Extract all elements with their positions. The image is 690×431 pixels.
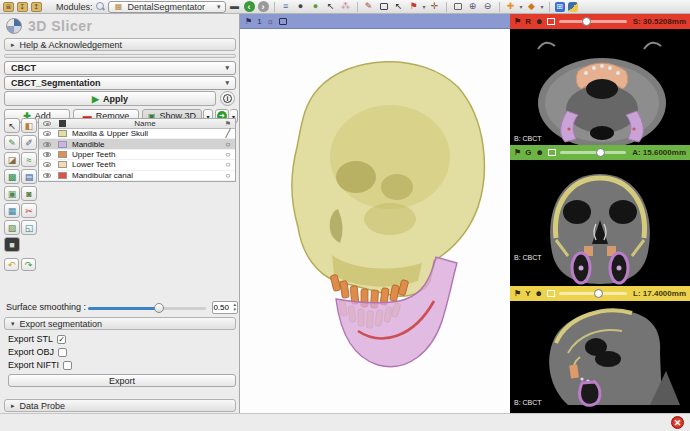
fill-between-slices-tool-button[interactable]: ▤ bbox=[21, 169, 37, 184]
red-slice-view[interactable]: ⚑ R ☻ S: 30.5208mm bbox=[510, 14, 690, 145]
view-menu-icon[interactable] bbox=[548, 149, 556, 156]
module-search-icon[interactable] bbox=[96, 2, 105, 11]
visibility-eye-icon[interactable] bbox=[43, 162, 51, 167]
surface-smoothing-slider[interactable] bbox=[88, 307, 206, 310]
save-data-icon[interactable]: ↥ bbox=[31, 2, 42, 12]
islands-tool-button[interactable]: ▨ bbox=[4, 220, 20, 235]
forward-button[interactable]: › bbox=[258, 1, 269, 12]
segment-name[interactable]: Upper Teeth bbox=[69, 150, 221, 159]
segmentation-selector[interactable]: CBCT_Segmentation ▾ bbox=[4, 76, 236, 90]
markups-point-dropdown-icon[interactable]: ▾ bbox=[520, 3, 523, 10]
view-menu-icon[interactable] bbox=[547, 18, 555, 25]
data-probe-section[interactable]: ▸ Data Probe bbox=[4, 399, 236, 412]
import-data-icon[interactable]: ↧ bbox=[17, 2, 28, 12]
export-obj-checkbox[interactable] bbox=[58, 348, 67, 357]
draw-tool-button[interactable]: ✐ bbox=[21, 135, 37, 150]
green-slice-view[interactable]: ⚑ G ☻ A: 15.6000mm bbox=[510, 145, 690, 286]
segment-color-swatch[interactable] bbox=[58, 151, 67, 158]
load-dicom-icon[interactable]: ≣ bbox=[3, 2, 14, 12]
help-acknowledgement-section[interactable]: ▸ Help & Acknowledgement bbox=[4, 38, 236, 51]
mask-volume-tool-button[interactable]: ■ bbox=[4, 237, 20, 252]
volume-selector[interactable]: CBCT ▾ bbox=[4, 61, 236, 75]
info-button[interactable]: i bbox=[220, 91, 235, 106]
segment-color-swatch[interactable] bbox=[58, 161, 67, 168]
none-tool-button[interactable]: ↖ bbox=[4, 118, 20, 133]
export-nifti-checkbox[interactable] bbox=[63, 361, 72, 370]
export-stl-checkbox[interactable]: ✓ bbox=[57, 335, 66, 344]
segment-status-icon[interactable]: ╱ bbox=[221, 129, 235, 138]
pin-icon[interactable]: ⚑ bbox=[245, 17, 252, 26]
scissors-tool-button[interactable]: ✂ bbox=[21, 203, 37, 218]
orientation-head-icon[interactable]: ☻ bbox=[535, 148, 543, 157]
share-scene-icon[interactable]: ⁂ bbox=[340, 1, 352, 13]
yellow-slice-view[interactable]: ⚑ Y ☻ L: 17.4000mm bbox=[510, 286, 690, 413]
segment-status-icon[interactable]: ○ bbox=[221, 150, 235, 159]
crosshair-icon[interactable]: ✛ bbox=[429, 1, 441, 13]
segment-status-icon[interactable]: ○ bbox=[221, 140, 235, 149]
segment-status-icon[interactable]: ○ bbox=[221, 160, 235, 169]
segment-color-swatch[interactable] bbox=[58, 141, 67, 148]
orientation-head-icon[interactable]: ☻ bbox=[535, 17, 543, 26]
markups-point-icon[interactable]: ✚ bbox=[505, 1, 517, 13]
segment-row-mandibular-canal[interactable]: Mandibular canal ○ bbox=[39, 171, 235, 181]
slice-offset-slider[interactable] bbox=[560, 151, 626, 154]
pin-icon[interactable]: ⚑ bbox=[514, 148, 521, 157]
annotate-pen-icon[interactable]: ✎ bbox=[363, 1, 375, 13]
segment-row-upper-teeth[interactable]: Upper Teeth ○ bbox=[39, 150, 235, 160]
visibility-eye-icon[interactable] bbox=[43, 152, 51, 157]
coronal-slice-image[interactable]: B: CBCT bbox=[510, 160, 690, 286]
slider-handle[interactable] bbox=[154, 303, 164, 313]
sagittal-slice-image[interactable]: B: CBCT bbox=[510, 301, 690, 413]
3d-render-area[interactable] bbox=[240, 29, 510, 413]
segment-color-swatch[interactable] bbox=[58, 172, 67, 179]
back-button[interactable]: ‹ bbox=[244, 1, 255, 12]
view-menu-icon[interactable] bbox=[547, 290, 555, 297]
visibility-eye-icon[interactable] bbox=[43, 173, 51, 178]
markups-line-dropdown-icon[interactable]: ▾ bbox=[541, 3, 544, 10]
surface-smoothing-spinbox[interactable]: 0.50 ▴▾ bbox=[212, 301, 238, 314]
module-selector[interactable]: ▦ DentalSegmentator ▾ bbox=[108, 1, 226, 13]
segment-row-mandible[interactable]: Mandible ○ bbox=[39, 139, 235, 149]
slice-offset-slider[interactable] bbox=[559, 292, 627, 295]
export-button[interactable]: Export bbox=[8, 374, 236, 387]
markups-line-icon[interactable]: ◆ bbox=[526, 1, 538, 13]
smoothing-tool-button[interactable]: ▦ bbox=[4, 203, 20, 218]
pin-icon[interactable]: ⚑ bbox=[514, 17, 521, 26]
orientation-head-icon[interactable]: ☻ bbox=[535, 289, 543, 298]
visibility-eye-icon[interactable] bbox=[43, 142, 51, 147]
mouse-interaction-icon[interactable]: ↖ bbox=[393, 1, 405, 13]
margin-tool-button[interactable]: ▣ bbox=[4, 186, 20, 201]
layout-selector-icon[interactable] bbox=[378, 1, 390, 13]
extensions-manager-icon[interactable]: ⊞ bbox=[555, 2, 565, 12]
level-tracing-tool-button[interactable]: ≈ bbox=[21, 152, 37, 167]
grow-from-seeds-tool-button[interactable]: ▩ bbox=[4, 169, 20, 184]
segment-row-lower-teeth[interactable]: Lower Teeth ○ bbox=[39, 160, 235, 170]
world-icon[interactable]: ● bbox=[310, 1, 322, 13]
undo-button[interactable]: ↶ bbox=[4, 258, 19, 271]
export-segmentation-section[interactable]: ▾ Export segmentation bbox=[4, 317, 236, 330]
zoom-out-icon[interactable]: ⊖ bbox=[482, 1, 494, 13]
place-fiducial-icon[interactable]: ⚑ bbox=[408, 1, 420, 13]
3d-view[interactable]: ⚑ 1 ☼ bbox=[240, 14, 510, 413]
pin-icon[interactable]: ⚑ bbox=[514, 289, 521, 298]
redo-button[interactable]: ↷ bbox=[21, 258, 36, 271]
erase-tool-button[interactable]: ◪ bbox=[4, 152, 20, 167]
select-module-icon[interactable]: ↖ bbox=[325, 1, 337, 13]
screenshot-icon[interactable] bbox=[452, 1, 464, 13]
segment-name[interactable]: Lower Teeth bbox=[69, 160, 221, 169]
axial-slice-image[interactable]: B: CBCT bbox=[510, 29, 690, 145]
visibility-eye-icon[interactable] bbox=[43, 131, 51, 136]
paint-tool-button[interactable]: ✎ bbox=[4, 135, 20, 150]
segment-name[interactable]: Maxilla & Upper Skull bbox=[69, 129, 221, 138]
scene-view-icon[interactable]: ● bbox=[295, 1, 307, 13]
maximize-view-icon[interactable] bbox=[279, 18, 287, 25]
zoom-in-icon[interactable]: ⊕ bbox=[467, 1, 479, 13]
slice-offset-slider[interactable] bbox=[559, 20, 626, 23]
hollow-tool-button[interactable]: ◙ bbox=[21, 186, 37, 201]
segment-name[interactable]: Mandibular canal bbox=[69, 171, 221, 180]
apply-button[interactable]: ▶ Apply bbox=[4, 91, 216, 106]
spinbox-arrows-icon[interactable]: ▴▾ bbox=[233, 302, 236, 312]
fiducial-dropdown-icon[interactable]: ▾ bbox=[423, 3, 426, 10]
collapsed-section-bar[interactable] bbox=[4, 54, 236, 58]
segment-status-icon[interactable]: ○ bbox=[221, 171, 235, 180]
